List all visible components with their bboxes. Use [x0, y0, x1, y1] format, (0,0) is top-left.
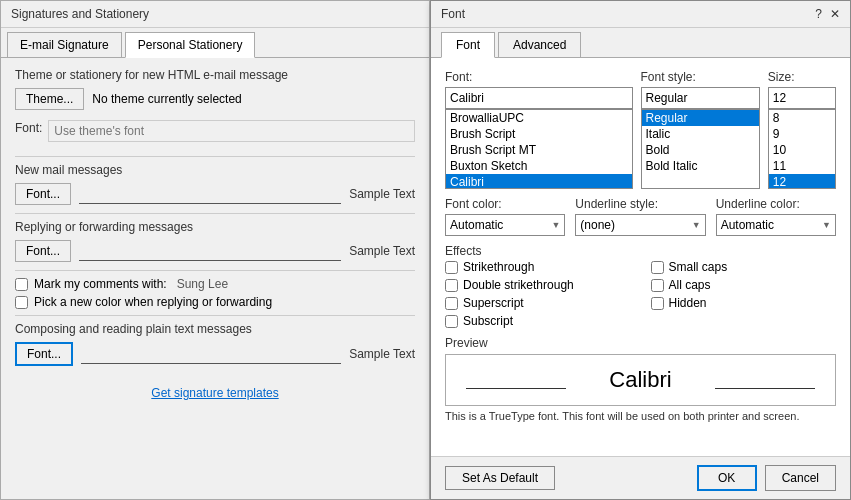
strikethrough-checkbox[interactable]	[445, 261, 458, 274]
color-label: Pick a new color when replying or forwar…	[34, 295, 272, 309]
list-item[interactable]: BrowalliaUPC	[446, 110, 632, 126]
dialog-title: Font	[441, 7, 465, 21]
footer-left: Set As Default	[445, 466, 555, 490]
list-item-bold[interactable]: Bold	[642, 142, 759, 158]
font-name-group: Font: BrowalliaUPC Brush Script Brush Sc…	[445, 70, 633, 189]
divider-3	[15, 270, 415, 271]
divider-2	[15, 213, 415, 214]
hidden-checkbox[interactable]	[651, 297, 664, 310]
comments-label: Mark my comments with:	[34, 277, 167, 291]
underline-color-group: Underline color: Automatic ▼	[716, 197, 836, 236]
left-panel-title: Signatures and Stationery	[1, 1, 429, 28]
superscript-checkbox[interactable]	[445, 297, 458, 310]
font-name-input[interactable]	[445, 87, 633, 109]
set-as-default-button[interactable]: Set As Default	[445, 466, 555, 490]
new-mail-title: New mail messages	[15, 163, 415, 177]
dialog-content-area: Font: BrowalliaUPC Brush Script Brush Sc…	[431, 58, 850, 456]
comments-checkbox[interactable]	[15, 278, 28, 291]
list-item[interactable]: Brush Script	[446, 126, 632, 142]
list-item-12[interactable]: 12	[769, 174, 835, 189]
underline-style-arrow: ▼	[692, 220, 701, 230]
effects-title: Effects	[445, 244, 836, 258]
subscript-checkbox[interactable]	[445, 315, 458, 328]
dialog-title-controls: ? ✕	[815, 7, 840, 21]
list-item-10[interactable]: 10	[769, 142, 835, 158]
dialog-footer: Set As Default OK Cancel	[431, 456, 850, 499]
font-style-input[interactable]	[641, 87, 760, 109]
plain-text-underline	[81, 344, 341, 364]
new-mail-sample: Sample Text	[349, 187, 415, 201]
preview-text: Calibri	[609, 367, 671, 393]
list-item[interactable]: Buxton Sketch	[446, 158, 632, 174]
underline-style-group: Underline style: (none) ▼	[575, 197, 705, 236]
font-listbox[interactable]: BrowalliaUPC Brush Script Brush Script M…	[445, 109, 633, 189]
theme-value: No theme currently selected	[92, 92, 241, 106]
strikethrough-label[interactable]: Strikethrough	[445, 260, 631, 274]
hidden-label[interactable]: Hidden	[651, 296, 837, 310]
theme-section-label: Theme or stationery for new HTML e-mail …	[15, 68, 415, 82]
plain-text-font-button[interactable]: Font...	[15, 342, 73, 366]
new-mail-row: Font... Sample Text	[15, 183, 415, 205]
font-style-listbox[interactable]: Regular Italic Bold Bold Italic	[641, 109, 760, 189]
plain-text-section: Composing and reading plain text message…	[15, 322, 415, 366]
comments-row: Mark my comments with: Sung Lee	[15, 277, 415, 291]
all-caps-label[interactable]: All caps	[651, 278, 837, 292]
underline-color-label: Underline color:	[716, 197, 836, 211]
list-item-bold-italic[interactable]: Bold Italic	[642, 158, 759, 174]
tab-personal-stationery[interactable]: Personal Stationery	[125, 32, 256, 58]
color-row: Pick a new color when replying or forwar…	[15, 295, 415, 309]
dialog-help-button[interactable]: ?	[815, 7, 822, 21]
font-name-label: Font:	[445, 70, 633, 84]
subscript-label[interactable]: Subscript	[445, 314, 631, 328]
double-strikethrough-checkbox[interactable]	[445, 279, 458, 292]
cancel-button[interactable]: Cancel	[765, 465, 836, 491]
reply-title: Replying or forwarding messages	[15, 220, 415, 234]
double-strikethrough-label[interactable]: Double strikethrough	[445, 278, 631, 292]
underline-color-arrow: ▼	[822, 220, 831, 230]
theme-button[interactable]: Theme...	[15, 88, 84, 110]
font-color-arrow: ▼	[551, 220, 560, 230]
theme-row: Theme... No theme currently selected	[15, 88, 415, 110]
new-mail-font-button[interactable]: Font...	[15, 183, 71, 205]
ok-button[interactable]: OK	[697, 465, 757, 491]
list-item-9[interactable]: 9	[769, 126, 835, 142]
list-item[interactable]: Brush Script MT	[446, 142, 632, 158]
superscript-label[interactable]: Superscript	[445, 296, 631, 310]
small-caps-checkbox[interactable]	[651, 261, 664, 274]
font-size-listbox[interactable]: 8 9 10 11 12	[768, 109, 836, 189]
font-color-select[interactable]: Automatic ▼	[445, 214, 565, 236]
dialog-close-button[interactable]: ✕	[830, 7, 840, 21]
font-size-input[interactable]	[768, 87, 836, 109]
signatures-stationery-panel: Signatures and Stationery E-mail Signatu…	[0, 0, 430, 500]
list-item-11[interactable]: 11	[769, 158, 835, 174]
font-style-group: Font style: Regular Italic Bold Bold Ita…	[641, 70, 760, 189]
underline-style-label: Underline style:	[575, 197, 705, 211]
underline-style-select[interactable]: (none) ▼	[575, 214, 705, 236]
new-mail-section: New mail messages Font... Sample Text	[15, 163, 415, 205]
reply-underline	[79, 241, 341, 261]
list-item-selected[interactable]: Calibri	[446, 174, 632, 189]
dialog-tab-font[interactable]: Font	[441, 32, 495, 58]
small-caps-label[interactable]: Small caps	[651, 260, 837, 274]
tab-email-signature[interactable]: E-mail Signature	[7, 32, 122, 57]
list-item-regular[interactable]: Regular	[642, 110, 759, 126]
reply-row: Font... Sample Text	[15, 240, 415, 262]
reply-font-button[interactable]: Font...	[15, 240, 71, 262]
preview-box: Calibri	[445, 354, 836, 406]
font-size-group: Size: 8 9 10 11 12	[768, 70, 836, 189]
font-row-input[interactable]	[48, 120, 415, 142]
all-caps-checkbox[interactable]	[651, 279, 664, 292]
color-checkbox[interactable]	[15, 296, 28, 309]
font-size-listbox-container: 8 9 10 11 12	[768, 109, 836, 189]
underline-color-select[interactable]: Automatic ▼	[716, 214, 836, 236]
reply-sample: Sample Text	[349, 244, 415, 258]
font-fields-row: Font: BrowalliaUPC Brush Script Brush Sc…	[445, 70, 836, 189]
divider-4	[15, 315, 415, 316]
font-color-group: Font color: Automatic ▼	[445, 197, 565, 236]
list-item-italic[interactable]: Italic	[642, 126, 759, 142]
signature-templates-link[interactable]: Get signature templates	[15, 386, 415, 400]
plain-text-title: Composing and reading plain text message…	[15, 322, 415, 336]
list-item-8[interactable]: 8	[769, 110, 835, 126]
dialog-tab-advanced[interactable]: Advanced	[498, 32, 581, 57]
footer-right: OK Cancel	[697, 465, 836, 491]
